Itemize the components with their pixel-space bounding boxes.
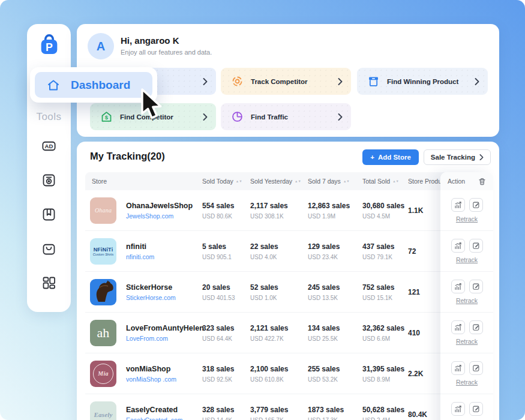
sales-chart-button[interactable]: [451, 361, 465, 375]
edit-button[interactable]: [469, 320, 483, 334]
sidebar-item-store[interactable]: [40, 239, 58, 257]
chevron-right-icon: [203, 78, 208, 85]
total-sold-cell: 752 salesUSD 15.1K: [362, 283, 394, 301]
edit-icon: [472, 201, 480, 209]
edit-button[interactable]: [469, 402, 483, 416]
sold-yesterday-cell: 2,121 salesUSD 422.7K: [250, 324, 288, 342]
chart-icon: [454, 283, 462, 290]
svg-text:AD: AD: [45, 143, 53, 149]
chevron-right-icon: [338, 78, 343, 85]
delete-all-button[interactable]: [478, 178, 486, 185]
sale-tracking-button[interactable]: Sale Tracking: [424, 149, 491, 165]
sold-7-days-cell: 245 salesUSD 13.5K: [308, 283, 340, 301]
total-sold-cell: 30,680 salesUSD 4.5M: [362, 202, 404, 220]
feature-card-find-traffic[interactable]: Find Traffic: [221, 103, 351, 130]
app-logo[interactable]: P: [27, 34, 71, 55]
edit-icon: [472, 364, 480, 372]
store-bag-icon: [41, 241, 57, 257]
sidebar-item-ads[interactable]: AD: [40, 137, 58, 155]
sort-icon: ▲▼: [236, 180, 242, 183]
store-cell: Mia vonMiaShop vonMiaShop .com: [90, 361, 176, 387]
feature-card-label: Find Winning Product: [387, 78, 475, 85]
target-icon: [231, 75, 244, 88]
edit-button[interactable]: [469, 198, 483, 212]
sold-today-cell: 323 salesUSD 64.4K: [202, 324, 234, 342]
dashboard-nav-label: Dashboard: [71, 79, 130, 92]
table-row: Mia vonMiaShop vonMiaShop .com 318 sales…: [85, 353, 491, 394]
action-cell: Retrack: [440, 272, 493, 313]
store-logo: [90, 279, 116, 305]
avatar: A: [88, 33, 114, 59]
sidebar-item-track-product[interactable]: [40, 171, 58, 189]
feature-card-label: Find Traffic: [251, 113, 338, 121]
edit-button[interactable]: [469, 361, 483, 375]
chart-icon: [454, 323, 462, 331]
table-body: Ohana OhanaJewelsShop JewelsShop.com 554…: [85, 190, 491, 420]
bookmark-icon: [41, 206, 57, 223]
sales-chart-button[interactable]: [451, 198, 465, 212]
store-domain-link[interactable]: nfiniti.com: [126, 253, 154, 260]
action-cell: Retrack: [440, 353, 493, 394]
sold-yesterday-cell: 52 salesUSD 1.0K: [250, 283, 278, 301]
edit-button[interactable]: [469, 239, 483, 253]
chart-icon: [454, 201, 462, 209]
sales-chart-button[interactable]: [451, 402, 465, 416]
sold-yesterday-cell: 2,117 salesUSD 308.1K: [250, 202, 288, 220]
chart-icon: [454, 405, 462, 413]
table-row: Ohana OhanaJewelsShop JewelsShop.com 554…: [85, 190, 491, 231]
sales-chart-button[interactable]: [451, 239, 465, 253]
chevron-right-icon: [475, 78, 479, 85]
store-domain-link[interactable]: LoveFrom.com: [126, 335, 204, 342]
sidebar-item-apps[interactable]: [40, 274, 58, 292]
sales-chart-button[interactable]: [451, 320, 465, 334]
store-products-cell: 2.2K: [408, 370, 423, 378]
feature-card-find-competitor[interactable]: $ Find Competitor: [90, 103, 216, 130]
store-domain-link[interactable]: StickerHorse.com: [126, 294, 176, 301]
store-logo: Mia: [90, 361, 116, 387]
total-sold-cell: 32,362 salesUSD 6.6M: [362, 324, 404, 342]
table-header: Store Sold Today▲▼ Sold Yesterday▲▼ Sold…: [85, 172, 491, 190]
sold-today-cell: 554 salesUSD 80.6K: [202, 202, 234, 220]
store-domain-link[interactable]: vonMiaShop .com: [126, 376, 176, 383]
svg-text:$: $: [105, 114, 109, 121]
feature-card-find-winning-product[interactable]: Find Winning Product: [357, 68, 488, 95]
ads-icon: AD: [41, 138, 57, 154]
sold-today-cell: 318 salesUSD 92.5K: [202, 365, 234, 383]
sort-icon: ▲▼: [343, 180, 350, 183]
sales-chart-button[interactable]: [451, 280, 465, 293]
chevron-right-icon: [338, 113, 343, 121]
column-sold-today[interactable]: Sold Today▲▼: [202, 178, 242, 185]
column-sold-yesterday[interactable]: Sold Yesterday▲▼: [250, 178, 301, 185]
store-logo: Easely: [90, 401, 116, 420]
action-column-panel: Action Retrack: [440, 172, 493, 420]
tracking-title: My Tracking(20): [90, 151, 165, 162]
store-products-cell: 410: [408, 329, 420, 337]
store-domain-link[interactable]: JewelsShop.com: [126, 212, 193, 220]
dashboard-nav-popup[interactable]: Dashboard: [30, 67, 157, 103]
sold-today-cell: 328 salesUSD 14.4K: [202, 406, 234, 420]
apps-grid-icon: [41, 275, 57, 291]
home-icon: [46, 78, 61, 92]
action-cell: Retrack: [440, 231, 493, 272]
sold-7-days-cell: 12,863 salesUSD 1.9M: [308, 202, 350, 220]
edit-button[interactable]: [469, 280, 483, 293]
add-store-label: Add Store: [378, 154, 411, 161]
retrack-link[interactable]: Retrack: [456, 338, 478, 345]
plus-icon: +: [370, 154, 374, 161]
table-row: NFiNiTi Custom Shirts nfiniti nfiniti.co…: [85, 231, 491, 272]
sold-7-days-cell: 134 salesUSD 25.5K: [308, 324, 340, 342]
store-cell: StickerHorse StickerHorse.com: [90, 279, 176, 305]
edit-icon: [472, 323, 480, 331]
feature-card-label: Track Competitor: [251, 78, 338, 85]
add-store-button[interactable]: + Add Store: [362, 149, 419, 165]
column-sold-7-days[interactable]: Sold 7 days▲▼: [308, 178, 350, 185]
retrack-link[interactable]: Retrack: [456, 297, 478, 304]
retrack-link[interactable]: Retrack: [456, 215, 478, 223]
store-products-cell: 80.4K: [408, 410, 427, 419]
retrack-link[interactable]: Retrack: [456, 256, 478, 263]
sidebar-item-bookmark[interactable]: [40, 205, 58, 223]
column-total-sold[interactable]: Total Sold▲▼: [362, 178, 399, 185]
retrack-link[interactable]: Retrack: [456, 379, 478, 386]
store-domain-link[interactable]: EaselyCreated .com: [126, 416, 183, 420]
feature-card-track-competitor[interactable]: Track Competitor: [221, 68, 351, 95]
